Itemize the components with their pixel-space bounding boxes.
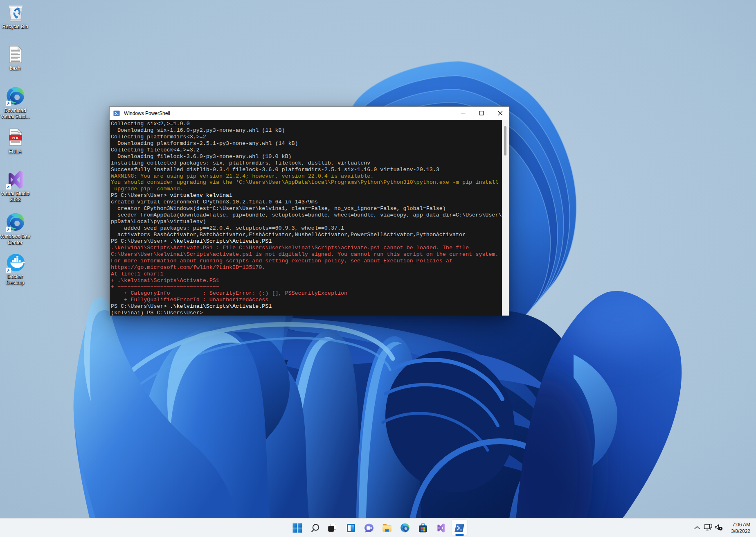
svg-text:PDF: PDF [12,135,20,140]
